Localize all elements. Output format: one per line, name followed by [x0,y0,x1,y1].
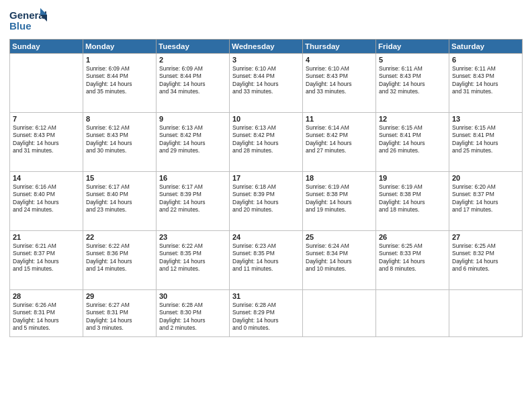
day-cell: 2Sunrise: 6:09 AMSunset: 8:44 PMDaylight… [157,54,230,113]
day-cell: 25Sunrise: 6:24 AMSunset: 8:34 PMDayligh… [303,231,376,290]
day-number: 20 [452,174,519,182]
day-info: Sunrise: 6:22 AMSunset: 8:35 PMDaylight:… [159,242,226,273]
day-info: Sunrise: 6:09 AMSunset: 8:44 PMDaylight:… [159,65,226,96]
day-number: 24 [232,233,300,241]
day-cell: 9Sunrise: 6:13 AMSunset: 8:42 PMDaylight… [157,113,230,172]
day-info: Sunrise: 6:15 AMSunset: 8:41 PMDaylight:… [379,124,446,155]
day-info: Sunrise: 6:12 AMSunset: 8:43 PMDaylight:… [86,124,153,155]
day-cell: 31Sunrise: 6:28 AMSunset: 8:29 PMDayligh… [230,290,303,337]
calendar-table: SundayMondayTuesdayWednesdayThursdayFrid… [9,39,523,337]
day-cell: 23Sunrise: 6:22 AMSunset: 8:35 PMDayligh… [157,231,230,290]
day-cell: 14Sunrise: 6:16 AMSunset: 8:40 PMDayligh… [10,172,83,231]
day-number: 16 [159,174,226,182]
day-number: 14 [13,174,80,182]
day-number: 26 [379,233,446,241]
day-cell: 29Sunrise: 6:27 AMSunset: 8:31 PMDayligh… [83,290,157,337]
week-row-5: 28Sunrise: 6:26 AMSunset: 8:31 PMDayligh… [10,290,523,337]
day-cell: 22Sunrise: 6:22 AMSunset: 8:36 PMDayligh… [83,231,157,290]
weekday-header-thursday: Thursday [303,40,376,54]
day-cell: 1Sunrise: 6:09 AMSunset: 8:44 PMDaylight… [83,54,157,113]
day-number: 9 [159,115,226,123]
day-cell: 17Sunrise: 6:18 AMSunset: 8:39 PMDayligh… [230,172,303,231]
weekday-header-sunday: Sunday [10,40,83,54]
day-number: 21 [13,233,80,241]
weekday-header-friday: Friday [376,40,449,54]
day-cell: 3Sunrise: 6:10 AMSunset: 8:44 PMDaylight… [230,54,303,113]
day-cell: 28Sunrise: 6:26 AMSunset: 8:31 PMDayligh… [10,290,83,337]
day-info: Sunrise: 6:18 AMSunset: 8:39 PMDaylight:… [232,183,300,214]
day-info: Sunrise: 6:21 AMSunset: 8:37 PMDaylight:… [13,242,80,273]
day-number: 23 [159,233,226,241]
day-info: Sunrise: 6:15 AMSunset: 8:41 PMDaylight:… [452,124,519,155]
day-number: 28 [13,292,80,300]
week-row-1: 1Sunrise: 6:09 AMSunset: 8:44 PMDaylight… [10,54,523,113]
day-number: 7 [13,115,80,123]
day-number: 30 [159,292,226,300]
day-cell: 30Sunrise: 6:28 AMSunset: 8:30 PMDayligh… [157,290,230,337]
day-info: Sunrise: 6:24 AMSunset: 8:34 PMDaylight:… [306,242,373,273]
day-info: Sunrise: 6:13 AMSunset: 8:42 PMDaylight:… [232,124,300,155]
day-info: Sunrise: 6:11 AMSunset: 8:43 PMDaylight:… [452,65,519,96]
day-number: 10 [232,115,300,123]
day-number: 17 [232,174,300,182]
day-info: Sunrise: 6:10 AMSunset: 8:44 PMDaylight:… [232,65,300,96]
day-cell: 12Sunrise: 6:15 AMSunset: 8:41 PMDayligh… [376,113,449,172]
day-cell: 7Sunrise: 6:12 AMSunset: 8:43 PMDaylight… [10,113,83,172]
day-number: 15 [86,174,153,182]
day-number: 22 [86,233,153,241]
day-cell: 6Sunrise: 6:11 AMSunset: 8:43 PMDaylight… [449,54,523,113]
day-cell: 24Sunrise: 6:23 AMSunset: 8:35 PMDayligh… [230,231,303,290]
day-number: 4 [306,56,373,64]
day-info: Sunrise: 6:14 AMSunset: 8:42 PMDaylight:… [306,124,373,155]
weekday-header-tuesday: Tuesday [157,40,230,54]
day-cell: 4Sunrise: 6:10 AMSunset: 8:43 PMDaylight… [303,54,376,113]
day-cell: 11Sunrise: 6:14 AMSunset: 8:42 PMDayligh… [303,113,376,172]
weekday-header-row: SundayMondayTuesdayWednesdayThursdayFrid… [10,40,523,54]
day-info: Sunrise: 6:28 AMSunset: 8:30 PMDaylight:… [159,302,226,332]
day-cell: 26Sunrise: 6:25 AMSunset: 8:33 PMDayligh… [376,231,449,290]
day-info: Sunrise: 6:12 AMSunset: 8:43 PMDaylight:… [13,124,80,155]
logo-svg: GeneralBlue [9,7,50,34]
day-info: Sunrise: 6:16 AMSunset: 8:40 PMDaylight:… [13,183,80,214]
day-number: 2 [159,56,226,64]
calendar-page: GeneralBlue SundayMondayTuesdayWednesday… [0,0,532,411]
day-cell [303,290,376,337]
day-info: Sunrise: 6:11 AMSunset: 8:43 PMDaylight:… [379,65,446,96]
day-cell [10,54,83,113]
day-number: 19 [379,174,446,182]
week-row-3: 14Sunrise: 6:16 AMSunset: 8:40 PMDayligh… [10,172,523,231]
day-cell: 19Sunrise: 6:19 AMSunset: 8:38 PMDayligh… [376,172,449,231]
day-info: Sunrise: 6:22 AMSunset: 8:36 PMDaylight:… [86,242,153,273]
day-number: 12 [379,115,446,123]
header: GeneralBlue [9,7,523,34]
day-cell: 10Sunrise: 6:13 AMSunset: 8:42 PMDayligh… [230,113,303,172]
day-cell: 13Sunrise: 6:15 AMSunset: 8:41 PMDayligh… [449,113,523,172]
day-cell: 21Sunrise: 6:21 AMSunset: 8:37 PMDayligh… [10,231,83,290]
day-cell: 18Sunrise: 6:19 AMSunset: 8:38 PMDayligh… [303,172,376,231]
day-info: Sunrise: 6:09 AMSunset: 8:44 PMDaylight:… [86,65,153,96]
day-cell [449,290,523,337]
day-info: Sunrise: 6:19 AMSunset: 8:38 PMDaylight:… [379,183,446,214]
day-number: 6 [452,56,519,64]
day-info: Sunrise: 6:13 AMSunset: 8:42 PMDaylight:… [159,124,226,155]
day-number: 25 [306,233,373,241]
week-row-2: 7Sunrise: 6:12 AMSunset: 8:43 PMDaylight… [10,113,523,172]
day-cell: 20Sunrise: 6:20 AMSunset: 8:37 PMDayligh… [449,172,523,231]
week-row-4: 21Sunrise: 6:21 AMSunset: 8:37 PMDayligh… [10,231,523,290]
day-info: Sunrise: 6:17 AMSunset: 8:40 PMDaylight:… [86,183,153,214]
day-info: Sunrise: 6:25 AMSunset: 8:32 PMDaylight:… [452,242,519,273]
day-cell: 16Sunrise: 6:17 AMSunset: 8:39 PMDayligh… [157,172,230,231]
day-info: Sunrise: 6:27 AMSunset: 8:31 PMDaylight:… [86,302,153,332]
day-cell [376,290,449,337]
day-cell: 8Sunrise: 6:12 AMSunset: 8:43 PMDaylight… [83,113,157,172]
weekday-header-saturday: Saturday [449,40,523,54]
day-number: 1 [86,56,153,64]
day-number: 18 [306,174,373,182]
day-cell: 27Sunrise: 6:25 AMSunset: 8:32 PMDayligh… [449,231,523,290]
weekday-header-wednesday: Wednesday [230,40,303,54]
day-info: Sunrise: 6:17 AMSunset: 8:39 PMDaylight:… [159,183,226,214]
day-number: 27 [452,233,519,241]
day-number: 11 [306,115,373,123]
day-info: Sunrise: 6:25 AMSunset: 8:33 PMDaylight:… [379,242,446,273]
day-number: 3 [232,56,300,64]
